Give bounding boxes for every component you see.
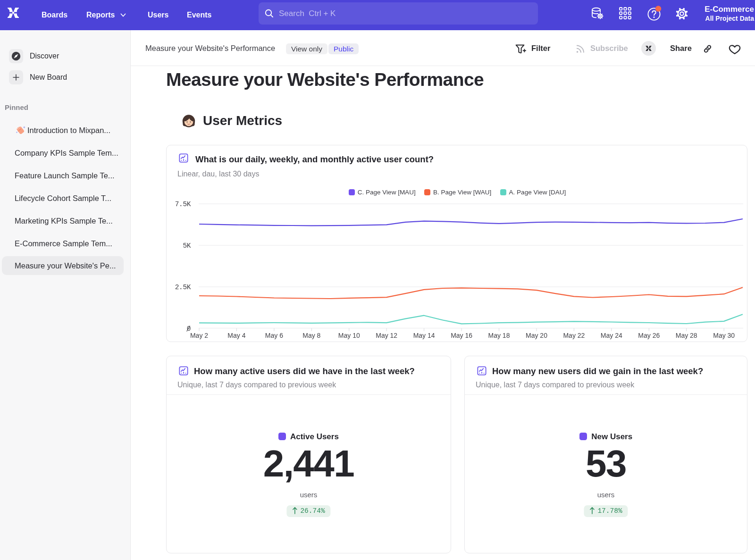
svg-text:May 8: May 8 [302, 332, 320, 339]
svg-text:7.5K: 7.5K [175, 201, 191, 208]
svg-text:May 2: May 2 [190, 332, 208, 339]
svg-text:May 26: May 26 [638, 332, 660, 339]
svg-text:May 6: May 6 [265, 332, 283, 339]
svg-text:May 16: May 16 [451, 332, 472, 339]
svg-text:2.5K: 2.5K [175, 284, 191, 291]
svg-text:May 20: May 20 [526, 332, 547, 339]
svg-text:May 24: May 24 [601, 332, 622, 339]
svg-text:May 28: May 28 [676, 332, 697, 339]
svg-text:May 22: May 22 [563, 332, 585, 339]
svg-text:May 10: May 10 [338, 332, 360, 339]
svg-text:May 12: May 12 [376, 332, 397, 339]
svg-text:May 4: May 4 [227, 332, 245, 339]
svg-text:May 18: May 18 [488, 332, 510, 339]
svg-text:May 30: May 30 [713, 332, 735, 339]
svg-text:May 14: May 14 [413, 332, 435, 339]
svg-text:5K: 5K [183, 242, 191, 250]
